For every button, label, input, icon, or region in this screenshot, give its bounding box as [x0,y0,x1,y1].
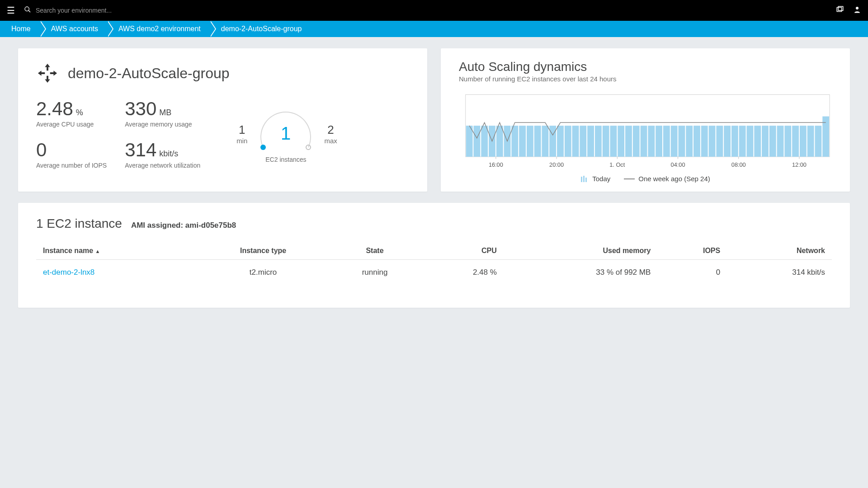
legend-today-label: Today [592,175,610,183]
topbar-right [836,5,861,16]
overview-card: demo-2-AutoScale-group 2.48% Average CPU… [18,48,427,192]
svg-rect-49 [747,126,754,157]
svg-line-1 [28,10,30,12]
svg-rect-26 [572,126,579,157]
svg-point-0 [25,7,29,11]
svg-rect-29 [595,126,602,157]
search-wrap [24,6,827,15]
svg-text:1. Oct: 1. Oct [609,161,625,168]
instance-link[interactable]: et-demo-2-lnx8 [43,268,94,277]
svg-marker-8 [50,70,57,76]
svg-rect-2 [837,7,842,11]
cell-state: running [330,260,419,286]
iops-label: Average number of IOPS [36,162,107,169]
dynamics-chart: 16:0020:001. Oct04:0008:0012:00 [459,89,832,173]
sort-indicator-icon: ▲ [95,249,100,254]
svg-rect-20 [527,126,533,157]
metrics-grid: 2.48% Average CPU usage 0 Average number… [36,98,409,169]
svg-rect-35 [641,126,647,157]
svg-rect-50 [754,126,761,157]
svg-rect-45 [716,126,723,157]
breadcrumb: Home AWS accounts AWS demo2 environment … [0,21,868,37]
instances-header: 1 EC2 instance AMI assigned: ami-d05e75b… [36,216,832,231]
net-unit: kbit/s [159,149,178,159]
svg-rect-27 [580,126,586,157]
svg-rect-72 [581,177,582,182]
gauge: 1 EC2 instances [254,104,317,163]
ami-assigned: AMI assigned: ami-d05e75b8 [131,221,236,230]
metric-mem: 330MB Average memory usage [125,98,200,128]
svg-text:08:00: 08:00 [731,161,746,168]
breadcrumb-current[interactable]: demo-2-AutoScale-group [210,21,311,37]
svg-rect-54 [784,126,791,157]
svg-marker-5 [45,64,50,70]
svg-rect-40 [679,126,685,157]
mem-unit: MB [159,108,171,117]
metric-net: 314kbit/s Average network utilization [125,139,200,169]
svg-rect-73 [583,176,585,182]
cell-cpu: 2.48 % [419,260,504,286]
overview-header: demo-2-AutoScale-group [36,62,409,84]
svg-rect-14 [481,126,488,157]
table-row[interactable]: et-demo-2-lnx8t2.microrunning2.48 %33 % … [36,260,832,286]
gauge-wrap: 1 min 1 EC2 instances 2 [236,98,337,169]
instances-card: 1 EC2 instance AMI assigned: ami-d05e75b… [18,203,850,308]
user-icon[interactable] [853,5,861,16]
dynamics-subtitle: Number of running EC2 instances over las… [459,75,832,83]
windows-icon[interactable] [836,5,844,16]
svg-rect-53 [777,126,784,157]
svg-text:20:00: 20:00 [549,161,564,168]
cell-mem: 33 % of 992 MB [504,260,657,286]
svg-rect-18 [511,126,518,157]
th-state[interactable]: State [330,242,419,260]
svg-rect-74 [585,178,587,182]
breadcrumb-home[interactable]: Home [0,21,40,37]
th-mem[interactable]: Used memory [504,242,657,260]
svg-rect-55 [792,126,799,157]
net-label: Average network utilization [125,162,200,169]
cell-net: 314 kbit/s [727,260,832,286]
cell-type: t2.micro [196,260,330,286]
svg-rect-19 [519,126,526,157]
svg-rect-51 [762,126,769,157]
th-type[interactable]: Instance type [196,242,330,260]
svg-rect-31 [610,126,617,157]
svg-rect-22 [542,126,548,157]
breadcrumb-accounts[interactable]: AWS accounts [40,21,107,37]
svg-rect-58 [815,126,822,157]
svg-rect-24 [557,126,564,157]
svg-text:04:00: 04:00 [671,161,685,168]
metric-cpu: 2.48% Average CPU usage [36,98,107,128]
th-name[interactable]: Instance name ▲ [36,242,196,260]
svg-rect-21 [534,126,541,157]
search-icon[interactable] [24,6,31,15]
top-bar: ☰ [0,0,868,21]
dynamics-title: Auto Scaling dynamics [459,60,832,74]
svg-rect-13 [473,126,480,157]
th-iops[interactable]: IOPS [657,242,727,260]
svg-rect-25 [565,126,571,157]
svg-rect-37 [656,126,662,157]
th-net[interactable]: Network [727,242,832,260]
gauge-max-value: 2 [324,123,337,137]
chart-legend: Today One week ago (Sep 24) [459,175,832,183]
svg-rect-41 [686,126,693,157]
th-cpu[interactable]: CPU [419,242,504,260]
search-input[interactable] [36,7,171,14]
svg-rect-3 [838,6,843,10]
gauge-value: 1 [281,123,291,143]
svg-rect-48 [739,126,746,157]
svg-point-9 [260,145,266,150]
legend-prev-label: One week ago (Sep 24) [638,175,710,183]
svg-text:12:00: 12:00 [792,161,807,168]
iops-value: 0 [36,139,47,161]
cpu-label: Average CPU usage [36,121,107,128]
breadcrumb-environment[interactable]: AWS demo2 environment [107,21,210,37]
svg-rect-16 [496,126,503,157]
svg-rect-36 [648,126,655,157]
svg-rect-34 [633,126,640,157]
svg-rect-32 [618,126,624,157]
svg-marker-6 [45,76,50,83]
menu-icon[interactable]: ☰ [7,5,15,16]
svg-point-10 [306,145,311,150]
